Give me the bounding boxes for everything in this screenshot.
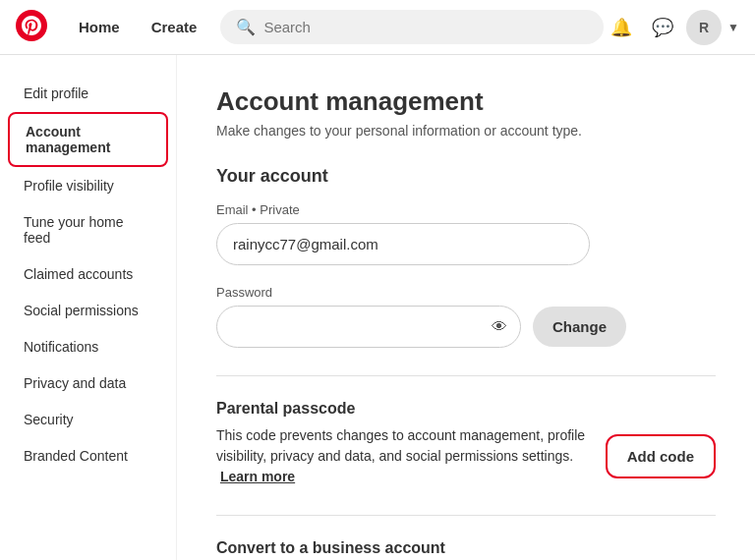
email-field-group: Email • Private — [216, 202, 716, 265]
eye-icon[interactable]: 👁 — [492, 318, 507, 336]
parental-passcode-title: Parental passcode — [216, 400, 716, 418]
messages-icon-btn[interactable]: 💬 — [645, 10, 680, 45]
sidebar-item-profile-visibility[interactable]: Profile visibility — [8, 168, 168, 203]
sidebar-item-notifications[interactable]: Notifications — [8, 329, 168, 364]
main-content: Account management Make changes to your … — [177, 55, 755, 560]
page-subtitle: Make changes to your personal informatio… — [216, 123, 716, 139]
add-code-button[interactable]: Add code — [606, 434, 716, 478]
sidebar-item-edit-profile[interactable]: Edit profile — [8, 76, 168, 111]
topnav-right: 🔔 💬 R ▼ — [604, 10, 739, 45]
email-label: Email • Private — [216, 202, 716, 217]
parental-passcode-row: This code prevents changes to account ma… — [216, 425, 716, 487]
search-bar: 🔍 — [220, 10, 604, 44]
page-title: Account management — [216, 86, 716, 117]
sidebar-item-social-permissions[interactable]: Social permissions — [8, 293, 168, 328]
divider-1 — [216, 375, 716, 376]
sidebar-item-claimed-accounts[interactable]: Claimed accounts — [8, 256, 168, 292]
password-wrap: 👁 Change — [216, 306, 716, 348]
password-field-group: Password 👁 Change — [216, 285, 716, 348]
sidebar-item-branded-content[interactable]: Branded Content — [8, 438, 168, 474]
password-input-wrap: 👁 — [216, 306, 521, 348]
home-link[interactable]: Home — [67, 11, 132, 43]
avatar[interactable]: R — [686, 10, 722, 45]
topnav: Home Create 🔍 🔔 💬 R ▼ — [0, 0, 755, 55]
create-link[interactable]: Create — [140, 11, 209, 43]
search-icon: 🔍 — [236, 18, 256, 36]
chevron-down-icon[interactable]: ▼ — [727, 21, 739, 34]
email-input-wrap — [216, 223, 716, 265]
layout: Edit profile Account management Profile … — [0, 55, 755, 560]
svg-point-0 — [16, 10, 47, 41]
parental-passcode-description: This code prevents changes to account ma… — [216, 425, 586, 487]
your-account-title: Your account — [216, 166, 716, 187]
convert-business-title: Convert to a business account — [216, 539, 716, 557]
learn-more-link[interactable]: Learn more — [220, 469, 295, 484]
your-account-section: Your account Email • Private Password 👁 … — [216, 166, 716, 348]
password-input[interactable] — [216, 306, 521, 348]
divider-2 — [216, 515, 716, 516]
password-label: Password — [216, 285, 716, 300]
sidebar: Edit profile Account management Profile … — [0, 55, 177, 560]
search-input[interactable] — [263, 19, 588, 35]
sidebar-item-account-management[interactable]: Account management — [8, 112, 168, 167]
email-input[interactable] — [216, 223, 590, 265]
sidebar-item-security[interactable]: Security — [8, 402, 168, 437]
notifications-icon-btn[interactable]: 🔔 — [604, 10, 639, 45]
sidebar-item-privacy-data[interactable]: Privacy and data — [8, 365, 168, 401]
pinterest-logo[interactable] — [16, 10, 47, 44]
convert-business-section: Convert to a business account With a bus… — [216, 539, 716, 560]
parental-passcode-section: Parental passcode This code prevents cha… — [216, 400, 716, 487]
topnav-links: Home Create — [67, 11, 208, 43]
change-password-button[interactable]: Change — [533, 307, 626, 347]
sidebar-item-tune-home-feed[interactable]: Tune your home feed — [8, 204, 168, 255]
